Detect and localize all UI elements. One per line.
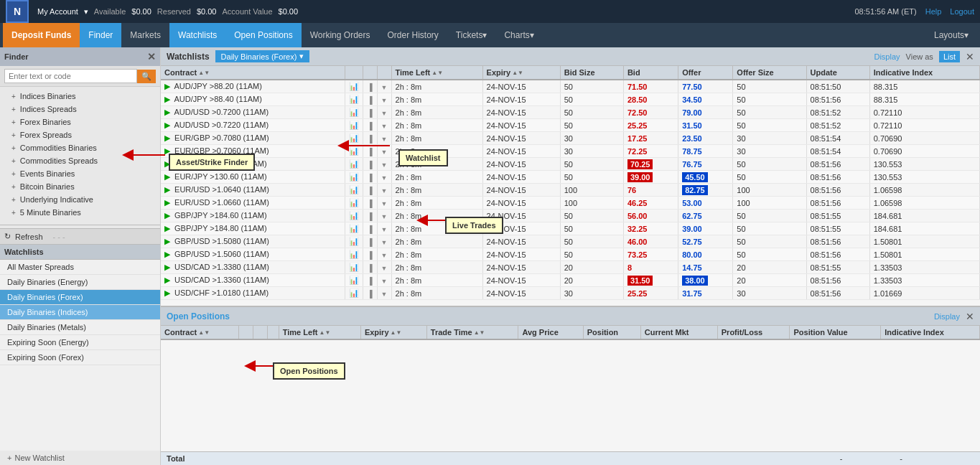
cell-arrow[interactable]: ▼	[377, 106, 391, 119]
cell-indicator[interactable]: ▐	[363, 210, 377, 222]
chart-icon[interactable]: 📊	[349, 263, 359, 271]
cell-indicator[interactable]: ▐	[363, 184, 377, 197]
working-orders-button[interactable]: Working Orders	[302, 23, 379, 47]
cell-chart[interactable]: 📊	[345, 93, 363, 106]
chart-icon[interactable]: 📊	[349, 237, 359, 245]
play-icon[interactable]: ▶	[164, 237, 170, 245]
cell-indicator[interactable]: ▐	[363, 132, 377, 145]
down-arrow-icon[interactable]: ▼	[381, 161, 388, 169]
play-icon[interactable]: ▶	[164, 198, 170, 207]
cell-indicator[interactable]: ▐	[363, 222, 377, 235]
down-arrow-icon[interactable]: ▼	[381, 97, 388, 104]
cell-arrow[interactable]: ▼	[377, 132, 391, 145]
bar-icon[interactable]: ▐	[368, 96, 373, 104]
cell-offer[interactable]: 34.50	[678, 93, 733, 106]
cell-offer[interactable]: 53.00	[678, 197, 733, 210]
play-icon[interactable]: ▶	[164, 108, 170, 116]
bar-icon[interactable]: ▐	[368, 174, 373, 182]
chart-icon[interactable]: 📊	[349, 211, 359, 220]
cell-offer[interactable]: 52.75	[678, 235, 733, 248]
play-icon[interactable]: ▶	[164, 133, 170, 142]
bar-icon[interactable]: ▐	[368, 199, 373, 207]
bar-icon[interactable]: ▐	[368, 109, 373, 117]
chart-icon[interactable]: 📊	[349, 198, 359, 207]
down-arrow-icon[interactable]: ▼	[381, 291, 388, 298]
finder-item-commodities-spreads[interactable]: Commodities Spreads	[0, 154, 160, 167]
play-icon[interactable]: ▶	[164, 185, 170, 194]
bar-icon[interactable]: ▐	[368, 264, 373, 272]
cell-chart[interactable]: 📊	[345, 145, 363, 158]
bar-icon[interactable]: ▐	[368, 238, 373, 246]
logout-link[interactable]: Logout	[950, 7, 974, 16]
bar-icon[interactable]: ▐	[368, 290, 373, 298]
cell-chart[interactable]: 📊	[345, 248, 363, 261]
down-arrow-icon[interactable]: ▼	[381, 252, 388, 259]
col-bid[interactable]: Bid	[623, 66, 678, 80]
play-icon[interactable]: ▶	[164, 159, 170, 168]
cell-offer[interactable]: 31.75	[678, 287, 733, 300]
cell-bid[interactable]: 46.25	[623, 197, 678, 210]
cell-arrow[interactable]: ▼	[377, 210, 391, 222]
cell-indicator[interactable]: ▐	[363, 145, 377, 158]
op-col-profit-loss[interactable]: Profit/Loss	[717, 326, 790, 339]
chart-icon[interactable]: 📊	[349, 121, 359, 129]
help-link[interactable]: Help	[925, 7, 942, 16]
markets-button[interactable]: Markets	[121, 23, 169, 47]
bar-icon[interactable]: ▐	[368, 83, 373, 91]
open-positions-table-scroll[interactable]: Contract ▲▼ Time Left ▲▼ Expiry ▲▼ Trade…	[161, 326, 980, 451]
cell-arrow[interactable]: ▼	[377, 184, 391, 197]
finder-close-button[interactable]: ✕	[147, 51, 156, 62]
cell-offer[interactable]: 23.50	[678, 132, 733, 145]
search-button[interactable]: 🔍	[137, 70, 156, 83]
cell-chart[interactable]: 📊	[345, 106, 363, 119]
new-watchlist-button[interactable]: New Watchlist	[0, 451, 160, 465]
cell-bid[interactable]: 32.25	[623, 222, 678, 235]
finder-item-commodities-binaries[interactable]: Commodities Binaries	[0, 141, 160, 154]
play-icon[interactable]: ▶	[164, 82, 170, 90]
play-icon[interactable]: ▶	[164, 121, 170, 129]
col-bid-size[interactable]: Bid Size	[560, 66, 623, 80]
chart-icon[interactable]: 📊	[349, 224, 359, 232]
cell-chart[interactable]: 📊	[345, 274, 363, 287]
chart-icon[interactable]: 📊	[349, 159, 359, 168]
play-icon[interactable]: ▶	[164, 172, 170, 181]
down-arrow-icon[interactable]: ▼	[381, 265, 388, 272]
watchlist-item-daily-energy[interactable]: Daily Binaries (Energy)	[0, 275, 160, 290]
open-positions-button[interactable]: Open Positions	[225, 23, 301, 47]
down-arrow-icon[interactable]: ▼	[381, 187, 388, 194]
cell-chart[interactable]: 📊	[345, 222, 363, 235]
bar-icon[interactable]: ▐	[368, 225, 373, 233]
down-arrow-icon[interactable]: ▼	[381, 123, 388, 130]
bar-icon[interactable]: ▐	[368, 135, 373, 143]
cell-indicator[interactable]: ▐	[363, 261, 377, 274]
finder-item-events-binaries[interactable]: Events Binaries	[0, 167, 160, 180]
cell-arrow[interactable]: ▼	[377, 222, 391, 235]
cell-indicator[interactable]: ▐	[363, 119, 377, 132]
down-arrow-icon[interactable]: ▼	[381, 174, 388, 182]
chart-icon[interactable]: 📊	[349, 82, 359, 90]
cell-offer[interactable]: 14.75	[678, 261, 733, 274]
cell-chart[interactable]: 📊	[345, 80, 363, 93]
watchlist-close-button[interactable]: ✕	[966, 51, 974, 62]
order-history-button[interactable]: Order History	[378, 23, 447, 47]
cell-offer[interactable]: 78.75	[678, 145, 733, 158]
finder-item-underlying-indicative[interactable]: Underlying Indicative	[0, 193, 160, 206]
cell-bid[interactable]: 25.25	[623, 287, 678, 300]
watchlist-item-daily-forex[interactable]: Daily Binaries (Forex)	[0, 290, 160, 305]
finder-button[interactable]: Finder	[80, 23, 121, 47]
cell-chart[interactable]: 📊	[345, 210, 363, 222]
col-offer-size[interactable]: Offer Size	[733, 66, 806, 80]
cell-chart[interactable]: 📊	[345, 287, 363, 300]
cell-bid[interactable]: 39.00	[623, 171, 678, 184]
col-expiry[interactable]: Expiry ▲▼	[482, 66, 560, 80]
cell-offer[interactable]: 77.50	[678, 80, 733, 93]
cell-indicator[interactable]: ▐	[363, 106, 377, 119]
tickets-button[interactable]: Tickets	[447, 23, 496, 47]
cell-bid[interactable]: 76	[623, 184, 678, 197]
col-indicator[interactable]	[363, 66, 377, 80]
cell-bid[interactable]: 56.00	[623, 210, 678, 222]
cell-offer[interactable]: 39.00	[678, 222, 733, 235]
cell-arrow[interactable]: ▼	[377, 287, 391, 300]
open-positions-close-button[interactable]: ✕	[966, 311, 974, 322]
op-col-avg-price[interactable]: Avg Price	[518, 326, 583, 339]
